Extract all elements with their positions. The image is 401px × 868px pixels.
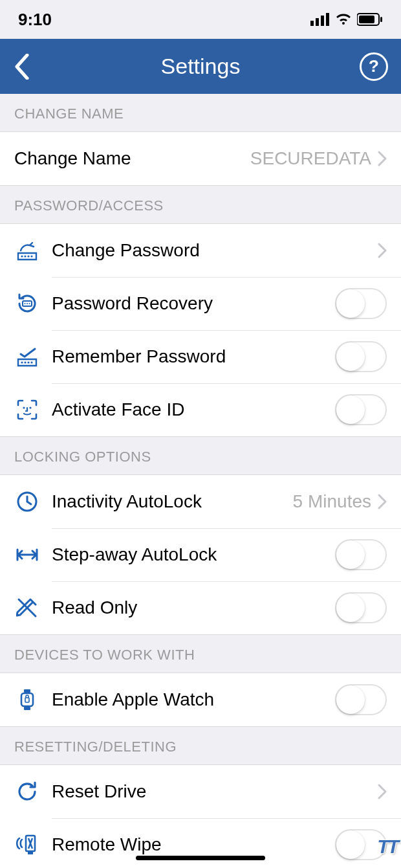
row-label: Read Only [52,597,335,618]
row-remote-wipe[interactable]: Remote Wipe [0,818,401,868]
page-title: Settings [161,54,241,79]
row-reset-drive[interactable]: Reset Drive [0,765,401,818]
row-change-name[interactable]: Change Name SECUREDATA [0,132,401,185]
svg-point-20 [29,406,31,408]
section-header-change-name: CHANGE NAME [0,94,401,131]
row-remember-password[interactable]: Remember Password [0,330,401,383]
status-right [310,13,383,26]
recovery-icon [14,292,40,315]
svg-rect-23 [24,689,30,693]
svg-point-19 [23,406,25,408]
row-activate-faceid[interactable]: Activate Face ID [0,383,401,436]
section-header-devices: DEVICES TO WORK WITH [0,635,401,673]
battery-icon [357,13,383,26]
row-password-recovery[interactable]: Password Recovery [0,277,401,330]
row-label: Inactivity AutoLock [52,491,293,512]
row-inactivity-autolock[interactable]: Inactivity AutoLock 5 Minutes [0,475,401,528]
stepaway-icon [14,546,40,564]
section-header-password: PASSWORD/ACCESS [0,186,401,223]
nav-bar: Settings ? [0,39,401,94]
row-label: Enable Apple Watch [52,689,335,710]
help-button[interactable]: ? [360,52,388,81]
svg-point-18 [30,361,32,363]
svg-point-7 [21,255,23,257]
clock-icon [14,491,40,513]
home-indicator[interactable] [136,856,265,860]
watch-icon [14,688,40,711]
cellular-icon [310,13,330,26]
toggle-readonly[interactable] [335,592,387,623]
change-password-icon [14,240,40,261]
svg-rect-5 [359,16,374,23]
wifi-icon [335,13,352,26]
toggle-stepaway[interactable] [335,539,387,570]
chevron-right-icon [378,784,387,799]
faceid-icon [14,399,40,421]
status-bar: 9:10 [0,0,401,39]
watermark: TT [377,836,397,858]
remember-icon [14,346,40,367]
svg-rect-25 [25,698,29,702]
row-label: Remote Wipe [52,834,335,855]
row-label: Password Recovery [52,293,335,314]
section-header-reset: RESETTING/DELETING [0,727,401,764]
chevron-right-icon [378,494,387,509]
chevron-left-icon [15,54,29,80]
help-icon: ? [369,56,379,76]
group-locking: Inactivity AutoLock 5 Minutes Step-away … [0,474,401,635]
svg-point-13 [27,303,28,304]
svg-rect-6 [380,17,382,22]
row-read-only[interactable]: Read Only [0,581,401,634]
toggle-remember-password[interactable] [335,341,387,372]
row-label: Reset Drive [52,781,378,802]
row-label: Change Password [52,240,378,261]
status-time: 9:10 [18,10,52,30]
svg-point-8 [24,255,26,257]
row-stepaway-autolock[interactable]: Step-away AutoLock [0,528,401,581]
group-password: Change Password Password Recovery Rememb… [0,223,401,437]
svg-point-16 [24,361,26,363]
svg-point-12 [25,303,26,304]
remote-wipe-icon [14,833,40,856]
row-label: Remember Password [52,346,335,367]
svg-rect-1 [316,18,319,26]
toggle-apple-watch[interactable] [335,684,387,715]
svg-rect-2 [321,16,324,26]
screen: 9:10 Settings ? CHANGE NAME Change Name … [0,0,401,868]
row-apple-watch[interactable]: Enable Apple Watch [0,673,401,726]
row-value: SECUREDATA [250,148,371,169]
svg-point-15 [21,361,23,363]
svg-rect-24 [24,707,30,710]
chevron-right-icon [378,151,387,166]
svg-rect-27 [28,851,33,854]
row-label: Change Name [14,148,250,169]
svg-point-17 [27,361,29,363]
section-header-locking: LOCKING OPTIONS [0,437,401,474]
toggle-password-recovery[interactable] [335,288,387,319]
row-label: Step-away AutoLock [52,544,335,565]
row-value: 5 Minutes [293,491,371,512]
row-change-password[interactable]: Change Password [0,224,401,277]
back-button[interactable] [9,50,35,83]
row-label: Activate Face ID [52,399,335,420]
svg-point-14 [29,303,30,304]
svg-rect-3 [326,13,329,26]
svg-rect-0 [310,21,314,26]
group-reset: Reset Drive Remote Wipe [0,764,401,868]
readonly-icon [14,597,40,619]
toggle-faceid[interactable] [335,394,387,425]
chevron-right-icon [378,243,387,258]
svg-point-10 [30,255,32,257]
group-devices: Enable Apple Watch [0,673,401,727]
reset-icon [14,781,40,803]
svg-point-9 [27,255,29,257]
group-change-name: Change Name SECUREDATA [0,131,401,186]
